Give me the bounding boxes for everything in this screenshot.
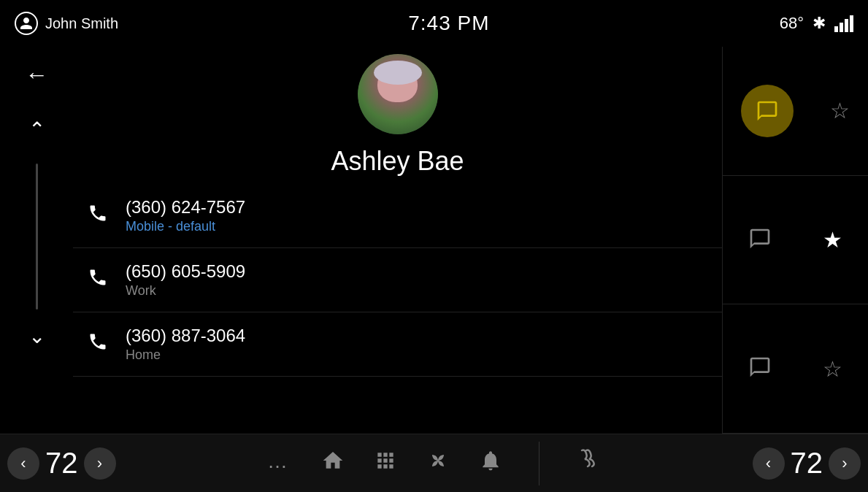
message-button-1[interactable] [741,85,794,137]
fan-icon[interactable] [426,449,450,477]
left-temp-value: 72 [45,447,78,480]
phone-number-1: (360) 624-7567 [126,197,722,218]
favorite-button-1[interactable]: ☆ [830,98,850,123]
right-temp-value: 72 [791,447,823,480]
phone-entry-3[interactable]: (360) 887-3064 Home [73,312,722,377]
action-row-2: ★ [723,176,868,305]
favorite-button-2[interactable]: ★ [823,227,842,253]
bottom-bar: ‹ 72 › … [0,434,868,492]
heat-seat-right-icon[interactable] [576,447,602,479]
right-actions: ☆ ★ ☆ [722,47,868,434]
phone-list: (360) 624-7567 Mobile - default (650) 60… [73,184,722,377]
heat-seat-left-icon[interactable]: … [266,447,292,479]
phone-entry-1[interactable]: (360) 624-7567 Mobile - default [73,184,722,248]
status-bar: John Smith 7:43 PM 68° ✱ [0,0,868,47]
left-temp-decrease[interactable]: ‹ [7,447,39,480]
right-temp-control: ‹ 72 › [753,447,861,480]
nav-icons: … [266,442,602,485]
phone-label-2: Work [126,283,722,299]
phone-info-1: (360) 624-7567 Mobile - default [126,197,722,234]
user-icon [15,12,38,35]
home-icon[interactable] [321,449,345,477]
avatar-image [358,54,438,134]
phone-info-3: (360) 887-3064 Home [126,326,722,363]
left-temp-increase[interactable]: › [84,447,116,480]
phone-icon-2 [88,267,108,293]
phone-label-3: Home [126,347,722,363]
notification-icon[interactable] [479,449,502,477]
action-row-1: ☆ [723,47,868,176]
bluetooth-icon: ✱ [813,14,826,33]
user-name: John Smith [45,15,118,32]
action-row-3: ☆ [723,304,868,434]
phone-number-2: (650) 605-5909 [126,261,722,282]
phone-icon-3 [88,331,108,357]
scroll-track [36,164,38,310]
scroll-down-button[interactable]: ⌄ [28,324,45,348]
left-temp-control: ‹ 72 › [7,447,116,480]
favorite-button-3[interactable]: ☆ [823,356,842,382]
time-display: 7:43 PM [408,12,489,35]
status-left: John Smith [15,12,118,35]
phone-info-2: (650) 605-5909 Work [126,261,722,299]
back-button[interactable]: ← [25,61,48,88]
right-temp-increase[interactable]: › [829,447,861,480]
phone-number-3: (360) 887-3064 [126,326,722,346]
contact-avatar [358,54,438,134]
main-content: ← ⌃ ⌄ Ashley Bae (360) 624-7567 Mobile -… [0,47,868,434]
divider [539,442,539,485]
right-temp-decrease[interactable]: ‹ [753,447,785,480]
phone-icon-1 [88,203,108,228]
left-sidebar: ← ⌃ ⌄ [0,47,73,434]
contact-name: Ashley Bae [331,146,464,177]
temp-display: 68° [780,14,804,33]
status-right: 68° ✱ [780,14,853,33]
scroll-up-button[interactable]: ⌃ [28,118,45,142]
svg-text:…: … [267,450,288,472]
signal-icon [834,15,853,32]
message-button-2[interactable] [748,227,772,253]
phone-entry-2[interactable]: (650) 605-5909 Work [73,248,722,312]
apps-icon[interactable] [374,449,397,477]
contact-detail: Ashley Bae (360) 624-7567 Mobile - defau… [73,47,722,434]
message-button-3[interactable] [748,355,772,382]
phone-label-1: Mobile - default [126,219,722,234]
